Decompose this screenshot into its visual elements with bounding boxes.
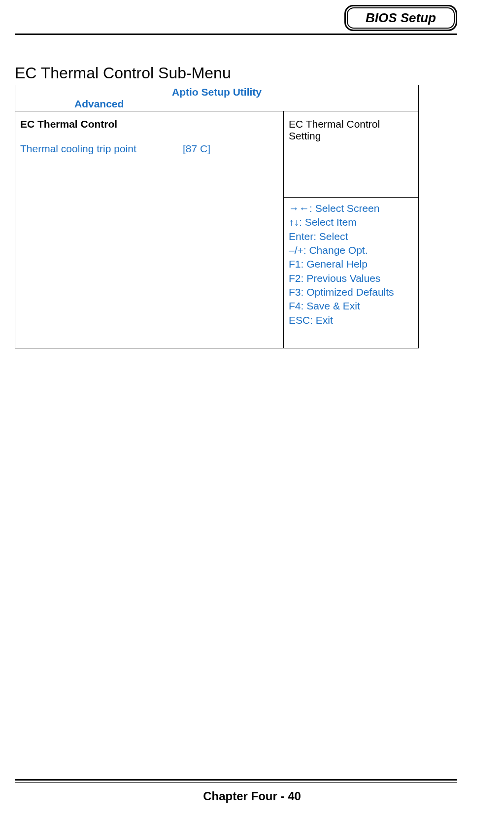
bios-utility-title: Aptio Setup Utility — [15, 86, 418, 98]
key-hint: F1: General Help — [289, 257, 413, 271]
bios-left-panel: EC Thermal Control Thermal cooling trip … — [15, 111, 284, 348]
bios-right-panel: EC Thermal Control Setting →←: Select Sc… — [284, 111, 418, 348]
bottom-divider — [15, 779, 457, 783]
thermal-trip-label: Thermal cooling trip point — [20, 143, 183, 155]
thermal-trip-value: [87 C] — [183, 143, 210, 155]
key-hint: ESC: Exit — [289, 313, 413, 327]
key-hint: →←: Select Screen — [289, 202, 413, 215]
key-hint: –/+: Change Opt. — [289, 243, 413, 257]
bios-table: Aptio Setup Utility Advanced EC Thermal … — [15, 85, 419, 348]
ec-heading: EC Thermal Control — [20, 118, 278, 130]
bios-tab-label: Advanced — [15, 98, 418, 110]
header-badge-label: BIOS Setup — [347, 7, 455, 29]
bios-help-text: EC Thermal Control Setting — [284, 111, 418, 198]
key-hint: ↑↓: Select Item — [289, 215, 413, 229]
thermal-trip-option[interactable]: Thermal cooling trip point [87 C] — [20, 143, 278, 155]
section-title: EC Thermal Control Sub-Menu — [15, 64, 231, 82]
key-hint: Enter: Select — [289, 230, 413, 243]
key-hint: F2: Previous Values — [289, 272, 413, 285]
bios-header: Aptio Setup Utility Advanced — [15, 85, 418, 111]
top-divider — [15, 34, 457, 35]
key-hint: F3: Optimized Defaults — [289, 285, 413, 299]
page-footer: Chapter Four - 40 — [0, 789, 504, 803]
header-badge: BIOS Setup — [344, 5, 457, 31]
key-hint: F4: Save & Exit — [289, 299, 413, 313]
bios-key-legend: →←: Select Screen ↑↓: Select Item Enter:… — [284, 198, 418, 348]
